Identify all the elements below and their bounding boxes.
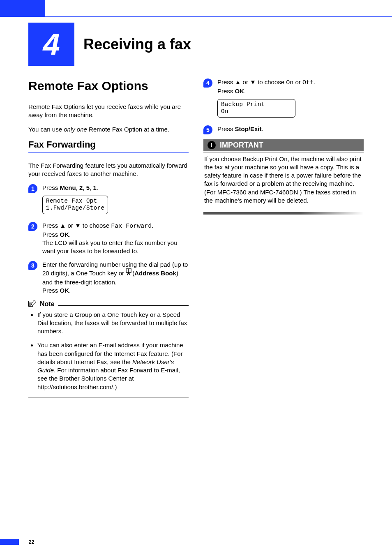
step-3-text: Enter the forwarding number using the di…: [42, 261, 189, 295]
s1-1: 1: [93, 184, 96, 191]
chapter-number-box: 4: [28, 23, 74, 66]
step-badge-2: 2: [28, 222, 37, 231]
step-1: 1 Press Menu, 2, 5, 1. Remote Fax Opt 1.…: [28, 184, 189, 216]
s4-c: to choose: [256, 78, 286, 85]
s2-l2b: .: [69, 231, 71, 238]
s1-5: 5: [86, 184, 90, 191]
chapter-title: Receiving a fax: [83, 36, 191, 53]
s3-ab: Address Book: [134, 269, 176, 276]
s4-l2b: .: [244, 88, 246, 95]
s4-a: Press: [217, 78, 235, 85]
intro2-b: Remote Fax Option at a time.: [87, 126, 169, 133]
up-arrow-icon: ▲: [235, 78, 241, 85]
note2-b: . For information about Fax Forward to E…: [37, 367, 180, 390]
note-item-1: If you store a Group on a One Touch key …: [37, 311, 189, 336]
chapter-number: 4: [43, 27, 60, 62]
step-badge-5: 5: [203, 125, 212, 134]
step-3: 3 Enter the forwarding number using the …: [28, 261, 189, 295]
s5-b: .: [262, 125, 263, 132]
lcd2-l1: Backup Print: [221, 101, 265, 108]
down-arrow-icon: ▼: [75, 222, 81, 229]
note-end-rule: [28, 397, 189, 397]
lcd1-l2: 1.Fwd/Page/Store: [46, 205, 104, 211]
s4-d: or: [293, 78, 302, 85]
intro-paragraph-1: Remote Fax Options let you receive faxes…: [28, 103, 189, 120]
down-arrow-icon: ▼: [250, 78, 256, 85]
s5-se: Stop/Exit: [235, 125, 262, 132]
s3-l2a: Press: [42, 287, 60, 294]
s1-b: ,: [76, 184, 79, 191]
content-columns: Remote Fax Options Remote Fax Options le…: [28, 78, 364, 397]
important-box: ! IMPORTANT If you choose Backup Print O…: [203, 139, 364, 215]
address-book-icon: [126, 268, 132, 278]
section-heading-remote-fax: Remote Fax Options: [28, 79, 189, 93]
s1-a: Press: [42, 184, 60, 191]
step-badge-4: 4: [203, 78, 212, 88]
s2-a: Press: [42, 222, 60, 229]
note-list: If you store a Group on a One Touch key …: [28, 311, 189, 391]
important-label: IMPORTANT: [220, 141, 263, 150]
lcd-display-1: Remote Fax Opt 1.Fwd/Page/Store: [42, 196, 108, 214]
subsection-rule: [28, 152, 189, 153]
s4-off: Off: [302, 79, 314, 86]
step-badge-3: 3: [28, 261, 37, 270]
s4-on: On: [286, 79, 293, 86]
fax-forwarding-desc: The Fax Forwarding feature lets you auto…: [28, 162, 189, 178]
intro2-em: only one: [64, 126, 87, 133]
note-item-2: You can also enter an E-mail address if …: [37, 341, 189, 391]
s2-val: Fax Forward: [111, 223, 152, 230]
left-column: Remote Fax Options Remote Fax Options le…: [28, 78, 189, 397]
subsection-heading-fax-forwarding: Fax Forwarding: [28, 139, 189, 150]
intro-paragraph-2: You can use only one Remote Fax Option a…: [28, 125, 189, 134]
step-2-text: Press ▲ or ▼ to choose Fax Forward. Pres…: [42, 222, 189, 256]
step-4-text: Press ▲ or ▼ to choose On or Off. Press …: [217, 78, 364, 120]
important-body: If you choose Backup Print On, the machi…: [203, 152, 364, 205]
s3-l2b: .: [69, 287, 71, 294]
s4-e: .: [314, 78, 315, 85]
footer-accent-bar: [0, 539, 19, 545]
important-header: ! IMPORTANT: [203, 139, 364, 152]
warning-icon: !: [208, 141, 216, 149]
s2-l2a: Press: [42, 231, 60, 238]
chapter-header: 4 Receiving a fax: [28, 23, 191, 66]
s4-b: or: [241, 78, 250, 85]
s1-menu: Menu: [60, 184, 76, 191]
s4-l2a: Press: [217, 88, 235, 95]
s1-c: ,: [83, 184, 86, 191]
step-5-text: Press Stop/Exit.: [217, 125, 364, 133]
s2-d: .: [152, 222, 153, 229]
page-footer: 22: [0, 539, 34, 545]
header-accent-bar: [0, 0, 45, 16]
s1-e: .: [97, 184, 98, 191]
s3-ok: OK: [60, 287, 69, 294]
lcd-display-2: Backup Print On: [217, 99, 295, 118]
step-4: 4 Press ▲ or ▼ to choose On or Off. Pres…: [203, 78, 364, 120]
pencil-icon: [28, 300, 37, 308]
s5-a: Press: [217, 125, 235, 132]
intro2-a: You can use: [28, 126, 64, 133]
s2-b: or: [66, 222, 75, 229]
step-badge-1: 1: [28, 184, 37, 193]
note-header: Note: [28, 300, 189, 308]
header-rule: [0, 16, 392, 17]
right-column: 4 Press ▲ or ▼ to choose On or Off. Pres…: [203, 78, 364, 397]
step-5: 5 Press Stop/Exit.: [203, 125, 364, 134]
step-2: 2 Press ▲ or ▼ to choose Fax Forward. Pr…: [28, 222, 189, 256]
s4-ok: OK: [235, 88, 244, 95]
page-number: 22: [29, 539, 34, 545]
note-title: Note: [40, 300, 55, 308]
lcd1-l1: Remote Fax Opt: [46, 198, 97, 204]
s2-l3: The LCD will ask you to enter the fax nu…: [42, 239, 178, 254]
up-arrow-icon: ▲: [60, 222, 66, 229]
s2-ok: OK: [60, 231, 69, 238]
note-header-rule: [58, 305, 189, 306]
step-1-text: Press Menu, 2, 5, 1. Remote Fax Opt 1.Fw…: [42, 184, 189, 216]
important-bottom-rule: [203, 212, 364, 215]
lcd2-l2: On: [221, 108, 228, 115]
s2-c: to choose: [81, 222, 111, 229]
